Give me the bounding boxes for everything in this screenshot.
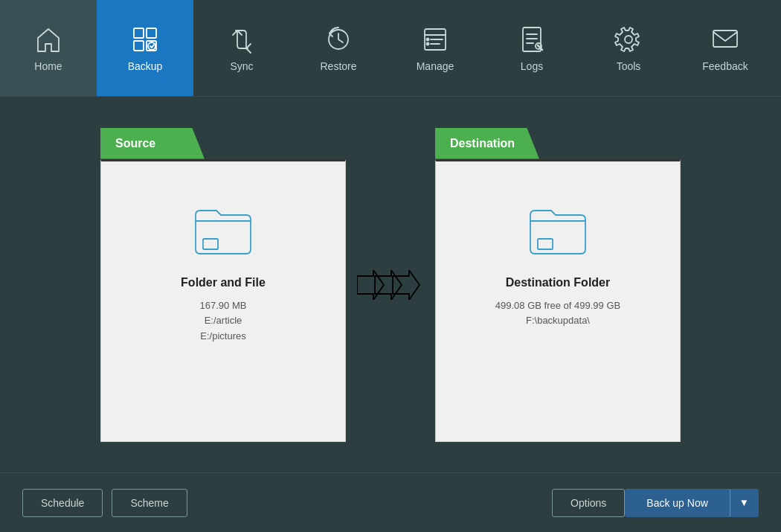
nav-home[interactable]: Home: [0, 0, 97, 96]
nav-feedback[interactable]: Feedback: [677, 0, 774, 96]
destination-card-header: Destination: [435, 128, 681, 159]
svg-point-10: [427, 38, 429, 40]
destination-card[interactable]: Destination Destination Folder 499.08 GB…: [435, 128, 681, 442]
nav-sync-label: Sync: [230, 60, 253, 72]
svg-rect-12: [523, 28, 541, 51]
svg-point-4: [148, 42, 155, 50]
bottom-right-buttons: Options Back up Now ▼: [552, 489, 759, 517]
svg-rect-18: [713, 31, 737, 47]
source-info: 167.90 MB E:/article E:/pictures: [200, 298, 247, 344]
nav-sync[interactable]: Sync: [193, 0, 290, 96]
destination-title: Destination Folder: [506, 276, 610, 289]
svg-rect-1: [147, 28, 156, 38]
svg-marker-21: [375, 270, 402, 300]
backup-now-dropdown-button[interactable]: ▼: [730, 489, 759, 517]
nav-manage-label: Manage: [417, 60, 454, 72]
nav-restore[interactable]: Restore: [290, 0, 387, 96]
nav-manage[interactable]: Manage: [387, 0, 483, 96]
nav-logs[interactable]: Logs: [483, 0, 580, 96]
svg-rect-23: [538, 239, 553, 249]
nav-home-label: Home: [34, 60, 62, 72]
options-button[interactable]: Options: [552, 489, 625, 517]
destination-info: 499.08 GB free of 499.99 GB F:\backupdat…: [495, 298, 620, 330]
source-path-2: E:/pictures: [200, 329, 247, 344]
nav-restore-label: Restore: [320, 60, 356, 72]
schedule-button[interactable]: Schedule: [22, 489, 103, 517]
source-card[interactable]: Source Folder and File 167.90 MB E:/arti…: [100, 128, 346, 442]
backup-now-button[interactable]: Back up Now: [625, 489, 729, 517]
source-path-1: E:/article: [200, 313, 247, 329]
svg-rect-19: [203, 239, 218, 249]
transfer-arrow: [346, 270, 435, 300]
nav-tools[interactable]: Tools: [580, 0, 677, 96]
destination-folder-icon: [524, 199, 591, 261]
source-card-body[interactable]: Folder and File 167.90 MB E:/article E:/…: [100, 159, 346, 442]
svg-rect-2: [134, 41, 144, 51]
nav-backup[interactable]: Backup: [97, 0, 193, 96]
source-title: Folder and File: [181, 276, 266, 289]
svg-rect-0: [134, 28, 144, 38]
svg-marker-22: [393, 270, 420, 300]
nav-tools-label: Tools: [617, 60, 641, 72]
source-header-label: Source: [100, 128, 205, 159]
source-card-header: Source: [100, 128, 346, 159]
destination-header-label: Destination: [435, 128, 539, 159]
nav-backup-label: Backup: [128, 60, 163, 72]
svg-point-11: [427, 42, 429, 45]
bottom-bar: Schedule Scheme Options Back up Now ▼: [0, 472, 781, 532]
nav-feedback-label: Feedback: [702, 60, 748, 72]
source-size: 167.90 MB: [200, 298, 247, 314]
source-folder-icon: [190, 199, 257, 261]
destination-path: F:\backupdata\: [495, 313, 620, 329]
destination-size: 499.08 GB free of 499.99 GB: [495, 298, 620, 314]
bottom-left-buttons: Schedule Scheme: [22, 489, 187, 517]
nav-logs-label: Logs: [521, 60, 543, 72]
svg-point-17: [625, 36, 632, 43]
destination-card-body[interactable]: Destination Folder 499.08 GB free of 499…: [435, 159, 681, 442]
scheme-button[interactable]: Scheme: [112, 489, 187, 517]
nav-bar: Home Backup Sync Restore: [0, 0, 781, 97]
main-content: Source Folder and File 167.90 MB E:/arti…: [0, 97, 781, 472]
svg-marker-20: [357, 270, 384, 300]
